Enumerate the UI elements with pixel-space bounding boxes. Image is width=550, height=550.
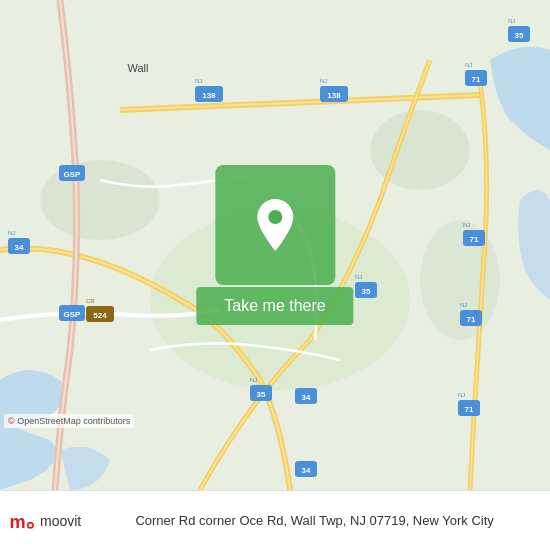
svg-text:GSP: GSP	[64, 170, 82, 179]
svg-text:34: 34	[302, 466, 311, 475]
address-label: Corner Rd corner Oce Rd, Wall Twp, NJ 07…	[87, 513, 542, 528]
svg-text:NJ: NJ	[463, 222, 470, 228]
svg-text:138: 138	[202, 91, 216, 100]
svg-text:NJ: NJ	[355, 274, 362, 280]
svg-text:GSP: GSP	[64, 310, 82, 319]
svg-text:35: 35	[257, 390, 266, 399]
cta-overlay: Take me there	[196, 165, 353, 325]
svg-point-49	[268, 210, 282, 224]
svg-point-53	[29, 523, 33, 527]
bottom-bar: m moovit Corner Rd corner Oce Rd, Wall T…	[0, 490, 550, 550]
svg-text:35: 35	[515, 31, 524, 40]
moovit-logo: m moovit	[8, 507, 81, 535]
svg-text:NJ: NJ	[508, 18, 515, 24]
svg-text:34: 34	[302, 393, 311, 402]
osm-attribution: © OpenStreetMap contributors	[4, 414, 134, 428]
location-pin-icon	[253, 197, 297, 253]
svg-text:NJ: NJ	[250, 377, 257, 383]
svg-text:NJ: NJ	[8, 230, 15, 236]
osm-credit-text: OpenStreetMap contributors	[17, 416, 130, 426]
map-pin-background	[215, 165, 335, 285]
svg-text:Wall: Wall	[128, 62, 149, 74]
svg-text:NJ: NJ	[465, 62, 472, 68]
svg-text:NJ: NJ	[195, 78, 202, 84]
svg-point-2	[40, 160, 160, 240]
svg-text:NJ: NJ	[320, 78, 327, 84]
svg-text:34: 34	[15, 243, 24, 252]
svg-text:524: 524	[93, 311, 107, 320]
svg-text:138: 138	[327, 91, 341, 100]
svg-text:CR: CR	[86, 298, 95, 304]
moovit-logo-icon: m	[8, 507, 36, 535]
map-area: 34 NJ GSP GSP 138 NJ 138 NJ 35 NJ 35 NJ …	[0, 0, 550, 490]
copyright-symbol: ©	[8, 416, 15, 426]
svg-text:71: 71	[467, 315, 476, 324]
svg-text:71: 71	[465, 405, 474, 414]
svg-text:NJ: NJ	[458, 392, 465, 398]
svg-text:71: 71	[470, 235, 479, 244]
svg-text:NJ: NJ	[460, 302, 467, 308]
svg-text:m: m	[9, 512, 25, 532]
moovit-logo-label: moovit	[40, 513, 81, 529]
take-me-there-button[interactable]: Take me there	[196, 287, 353, 325]
svg-text:71: 71	[472, 75, 481, 84]
svg-text:35: 35	[362, 287, 371, 296]
